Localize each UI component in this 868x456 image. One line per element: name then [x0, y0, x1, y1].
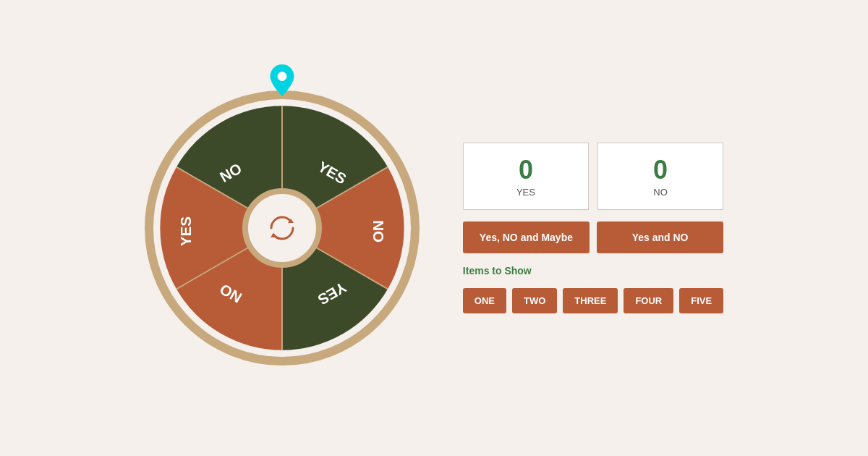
item-three-button[interactable]: THREE [563, 288, 618, 313]
item-one-button[interactable]: ONE [463, 288, 506, 313]
item-four-button[interactable]: FOUR [624, 288, 673, 313]
svg-text:NO: NO [370, 220, 387, 242]
main-container: YES NO YES NO YES NO [116, 62, 752, 394]
items-to-show-label: Items to Show [463, 265, 723, 276]
score-row: 0 YES 0 NO [463, 143, 723, 210]
item-five-button[interactable]: FIVE [679, 288, 723, 313]
yes-score-box: 0 YES [463, 143, 589, 210]
wheel-container: YES NO YES NO YES NO [145, 90, 420, 366]
no-count: 0 [613, 155, 708, 185]
yes-label: YES [478, 187, 574, 198]
item-two-button[interactable]: TWO [512, 288, 557, 313]
right-panel: 0 YES 0 NO Yes, NO and Maybe Yes and NO … [463, 143, 723, 313]
yes-no-maybe-button[interactable]: Yes, NO and Maybe [463, 221, 590, 253]
pin-icon [269, 64, 295, 96]
yes-count: 0 [478, 155, 574, 185]
no-score-box: 0 NO [597, 143, 723, 210]
refresh-icon [267, 213, 297, 243]
svg-point-0 [277, 72, 286, 81]
wheel-center[interactable] [242, 188, 322, 268]
mode-button-row: Yes, NO and Maybe Yes and NO [463, 221, 723, 253]
no-label: NO [613, 187, 708, 198]
items-row: ONE TWO THREE FOUR FIVE [463, 288, 723, 313]
svg-text:YES: YES [176, 216, 193, 246]
yes-and-no-button[interactable]: Yes and NO [597, 221, 723, 253]
